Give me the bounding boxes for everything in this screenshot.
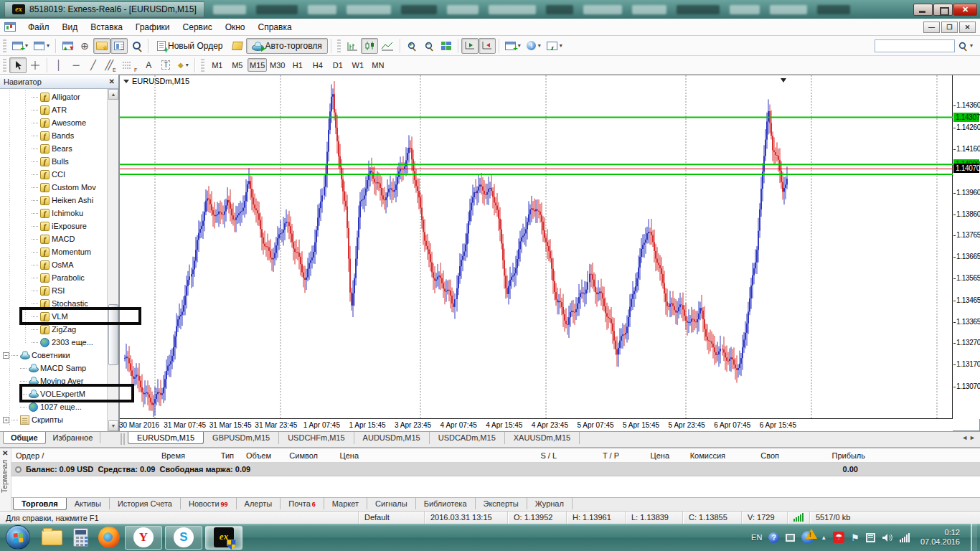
terminal-tab[interactable]: Сигналы bbox=[367, 498, 416, 509]
menu-item[interactable]: Графики bbox=[129, 20, 176, 34]
navigator-toggle-button[interactable] bbox=[93, 38, 110, 54]
search-icon[interactable] bbox=[959, 42, 966, 49]
navigator-item[interactable]: + Скрипты bbox=[0, 413, 107, 426]
mdi-restore-button[interactable]: ❐ bbox=[941, 22, 958, 33]
auto-trading-button[interactable]: Авто-торговля bbox=[246, 38, 328, 54]
navigator-tab[interactable]: Общие bbox=[3, 432, 46, 444]
tab-scroll-right-icon[interactable]: ► bbox=[969, 434, 976, 441]
menu-item[interactable]: Справка bbox=[252, 20, 298, 34]
terminal-tab[interactable]: Активы bbox=[67, 498, 110, 509]
navigator-item[interactable]: MACD bbox=[0, 232, 107, 245]
navigator-item[interactable]: Ichimoku bbox=[0, 207, 107, 220]
terminal-tab[interactable]: Библиотека bbox=[416, 498, 476, 509]
arrows-tool-button[interactable]: ◆▾ bbox=[174, 57, 192, 73]
terminal-tab[interactable]: Эксперты bbox=[476, 498, 527, 509]
bar-chart-button[interactable] bbox=[344, 38, 361, 54]
explorer-taskbar-icon[interactable] bbox=[37, 525, 66, 550]
terminal-column-header[interactable]: Цена bbox=[324, 451, 364, 460]
calculator-taskbar-icon[interactable] bbox=[66, 525, 95, 550]
toolbar-grip[interactable] bbox=[201, 59, 204, 72]
terminal-column-header[interactable]: S / L bbox=[364, 451, 562, 460]
tile-windows-button[interactable] bbox=[438, 38, 455, 54]
language-indicator[interactable]: EN bbox=[751, 533, 762, 542]
navigator-item[interactable]: ATR bbox=[0, 103, 107, 116]
terminal-tab[interactable]: Торговля bbox=[13, 498, 67, 510]
menu-item[interactable]: Вид bbox=[56, 20, 85, 34]
channel-tool-button[interactable]: ╱╱E bbox=[102, 57, 119, 73]
timeframe-button[interactable]: M5 bbox=[227, 58, 247, 72]
firefox-taskbar-icon[interactable] bbox=[95, 525, 123, 550]
scroll-down-icon[interactable]: ▼ bbox=[108, 420, 118, 431]
navigator-close-icon[interactable]: ✕ bbox=[109, 78, 115, 85]
terminal-tab[interactable]: Журнал bbox=[527, 498, 573, 509]
horizontal-line-tool-button[interactable]: ─ bbox=[67, 57, 85, 73]
timeframe-button[interactable]: D1 bbox=[328, 58, 347, 72]
new-chart-button[interactable]: +▾ bbox=[9, 38, 31, 54]
network-signal-icon[interactable] bbox=[900, 533, 910, 542]
menu-item[interactable]: Файл bbox=[22, 20, 56, 34]
text-label-tool-button[interactable]: T bbox=[157, 57, 174, 73]
yandex-browser-taskbar-button[interactable]: Y bbox=[125, 526, 162, 550]
new-order-button[interactable]: Новый Ордер bbox=[151, 38, 228, 54]
terminal-column-header[interactable]: Объем bbox=[240, 451, 277, 460]
chart-tab[interactable]: USDCADm,M15 bbox=[430, 432, 505, 444]
chart-tab[interactable]: EURUSDm,M15 bbox=[128, 432, 204, 444]
terminal-tab[interactable]: Маркет bbox=[324, 498, 367, 509]
terminal-toggle-button[interactable] bbox=[110, 38, 128, 54]
scroll-up-icon[interactable]: ▲ bbox=[108, 89, 118, 100]
menu-item[interactable]: Окно bbox=[219, 20, 252, 34]
terminal-column-header[interactable]: Время bbox=[148, 451, 191, 460]
terminal-column-header[interactable]: T / P bbox=[562, 451, 625, 460]
navigator-item[interactable]: Momentum bbox=[0, 245, 107, 258]
balance-row[interactable]: Баланс: 0.09 USD Средства: 0.09 Свободна… bbox=[11, 463, 980, 476]
tray-clock[interactable]: 0:12 07.04.2016 bbox=[916, 528, 964, 547]
line-chart-button[interactable] bbox=[378, 38, 397, 54]
chart-tab[interactable]: XAUUSDm,M15 bbox=[505, 432, 580, 444]
chart-tab[interactable]: USDCHFm,M15 bbox=[279, 432, 354, 444]
navigator-item[interactable]: − Советники bbox=[0, 349, 107, 362]
navigator-item[interactable]: Alligator bbox=[0, 90, 107, 103]
navigator-item[interactable]: CCI bbox=[0, 168, 107, 181]
profiles-button[interactable]: ↔▾ bbox=[31, 38, 52, 54]
toolbar-grip[interactable] bbox=[3, 39, 6, 52]
timeframe-button[interactable]: M1 bbox=[207, 58, 227, 72]
show-desktop-button[interactable] bbox=[971, 524, 977, 551]
navigator-item[interactable]: 2303 еще... bbox=[0, 336, 107, 349]
cursor-tool-button[interactable] bbox=[9, 57, 27, 73]
menu-item[interactable]: Сервис bbox=[176, 20, 219, 34]
market-watch-button[interactable]: ▲▼ bbox=[59, 38, 76, 54]
metaeditor-button[interactable] bbox=[229, 38, 246, 54]
trendline-tool-button[interactable]: ╱ bbox=[85, 57, 102, 73]
exness-terminal-taskbar-button[interactable]: ex bbox=[205, 526, 242, 550]
search-input[interactable] bbox=[875, 39, 955, 52]
navigator-item[interactable]: MACD Samp bbox=[0, 362, 107, 375]
navigator-item[interactable]: Bears bbox=[0, 142, 107, 155]
clipboard-tray-icon[interactable] bbox=[866, 533, 875, 542]
menu-item[interactable]: Вставка bbox=[84, 20, 129, 34]
periods-button[interactable]: ▾ bbox=[524, 38, 544, 54]
navigator-item[interactable]: Parabolic bbox=[0, 271, 107, 284]
timeframe-button[interactable]: M15 bbox=[248, 58, 267, 72]
navigator-item[interactable]: OsMA bbox=[0, 258, 107, 271]
connection-signal-icon[interactable] bbox=[787, 512, 809, 524]
terminal-column-header[interactable]: Цена bbox=[625, 451, 675, 460]
timeframe-button[interactable]: H4 bbox=[308, 58, 327, 72]
templates-button[interactable]: ▾ bbox=[544, 38, 565, 54]
navigator-tab[interactable]: Избранное bbox=[46, 432, 101, 443]
text-tool-button[interactable]: A bbox=[140, 57, 157, 73]
terminal-column-header[interactable]: Ордер / bbox=[11, 451, 148, 460]
time-axis[interactable]: 30 Mar 201631 Mar 07:4531 Mar 15:4531 Ma… bbox=[120, 420, 953, 432]
chart-tab[interactable]: AUDUSDm,M15 bbox=[354, 432, 430, 444]
navigator-item[interactable]: Heiken Ashi bbox=[0, 194, 107, 207]
auto-scroll-button[interactable] bbox=[461, 38, 479, 54]
skype-taskbar-button[interactable]: S bbox=[165, 526, 202, 550]
strategy-tester-button[interactable] bbox=[128, 38, 145, 54]
vertical-line-tool-button[interactable]: │ bbox=[50, 57, 67, 73]
terminal-tab[interactable]: Новости99 bbox=[181, 498, 237, 509]
terminal-tab[interactable]: Алерты bbox=[237, 498, 281, 509]
window-tray-icon[interactable] bbox=[786, 534, 795, 542]
timeframe-button[interactable]: W1 bbox=[348, 58, 367, 72]
timeframe-button[interactable]: MN bbox=[368, 58, 387, 72]
avira-tray-icon[interactable]: ☂ bbox=[833, 532, 844, 543]
price-chart[interactable]: EURUSDm,M15 bbox=[120, 75, 953, 419]
